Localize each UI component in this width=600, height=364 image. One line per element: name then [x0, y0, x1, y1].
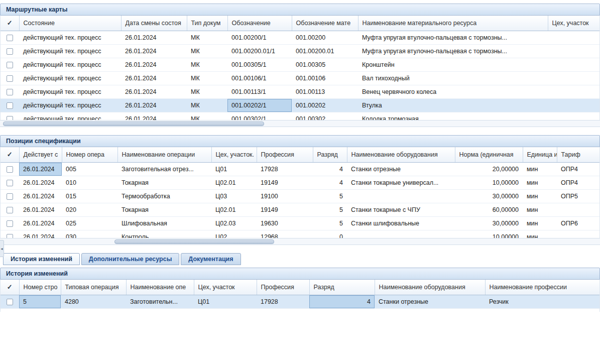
column-header[interactable]: Разряд: [309, 280, 375, 295]
row-checkbox[interactable]: [7, 48, 13, 55]
checkbox-cell[interactable]: [1, 58, 19, 71]
cell[interactable]: Муфта упругая втулочно-пальцевая с тормо…: [358, 31, 548, 44]
row-checkbox[interactable]: [7, 220, 13, 227]
cell[interactable]: действующий тех. процесс: [19, 85, 121, 98]
cell[interactable]: Заготовительн...: [126, 295, 194, 308]
cell[interactable]: Колодка тормозная: [358, 112, 548, 120]
cell[interactable]: Муфта упругая втулочно-пальцевая с тормо…: [358, 44, 548, 58]
cell[interactable]: 001.00200.01: [292, 44, 358, 58]
checkbox-cell[interactable]: [1, 295, 19, 308]
cell[interactable]: 001.00113/1: [227, 85, 292, 98]
column-header[interactable]: Тип докум: [187, 16, 227, 31]
table-row[interactable]: действующий тех. процесс26.01.2024МК001.…: [1, 112, 600, 120]
select-all-header[interactable]: ✓: [1, 16, 19, 31]
cell[interactable]: действующий тех. процесс: [19, 112, 121, 120]
cell[interactable]: 26.01.2024: [19, 216, 62, 230]
spec-positions-hscroll-thumb[interactable]: [114, 239, 274, 244]
cell[interactable]: 26.01.2024: [121, 44, 187, 58]
cell[interactable]: 010: [62, 176, 117, 189]
table-row[interactable]: 26.01.2024020ТокарнаяЦ02.01191495Станки …: [1, 203, 600, 216]
cell[interactable]: 20,00000: [455, 162, 523, 176]
cell[interactable]: Станки токарные универсал...: [347, 176, 455, 189]
cell[interactable]: 001.00202: [292, 98, 358, 112]
checkbox-cell[interactable]: [1, 71, 19, 85]
cell[interactable]: ОПР4: [557, 162, 600, 176]
cell[interactable]: 19149: [257, 203, 313, 216]
table-row[interactable]: 26.01.2024015ТермообработкаЦ0319100530,0…: [1, 189, 600, 203]
cell[interactable]: Ц02: [211, 230, 257, 238]
column-header[interactable]: Наименование операции: [117, 147, 211, 162]
row-checkbox[interactable]: [7, 207, 13, 213]
row-checkbox[interactable]: [7, 193, 13, 200]
column-header[interactable]: Дата смены состоя: [121, 16, 187, 31]
row-checkbox[interactable]: [7, 62, 13, 68]
checkbox-cell[interactable]: [1, 112, 19, 120]
cell[interactable]: ОПР6: [557, 216, 600, 230]
checkbox-cell[interactable]: [1, 203, 19, 216]
table-row[interactable]: действующий тех. процесс26.01.2024МК001.…: [1, 71, 600, 85]
cell[interactable]: 001.00305/1: [227, 58, 292, 71]
table-row[interactable]: действующий тех. процесс26.01.2024МК001.…: [1, 58, 600, 71]
splitter-collapse-arrow[interactable]: ◄: [0, 240, 4, 257]
cell[interactable]: ОПР4: [557, 176, 600, 189]
cell[interactable]: 19100: [257, 189, 313, 203]
cell[interactable]: Кронштейн: [358, 58, 548, 71]
cell[interactable]: 001.00302: [292, 112, 358, 120]
cell[interactable]: действующий тех. процесс: [19, 58, 121, 71]
cell[interactable]: [347, 230, 455, 238]
cell[interactable]: Венец червячного колеса: [358, 85, 548, 98]
cell[interactable]: мин: [523, 189, 557, 203]
cell[interactable]: Ц03: [211, 189, 257, 203]
cell[interactable]: действующий тех. процесс: [19, 71, 121, 85]
cell[interactable]: МК: [187, 58, 227, 71]
column-header[interactable]: Тариф: [557, 147, 600, 162]
cell[interactable]: [548, 71, 600, 85]
cell[interactable]: МК: [187, 85, 227, 98]
cell[interactable]: 001.00202/1: [227, 98, 292, 112]
cell[interactable]: 26.01.2024: [121, 98, 187, 112]
cell[interactable]: 17928: [257, 162, 313, 176]
cell[interactable]: 001.00106: [292, 71, 358, 85]
cell[interactable]: 26.01.2024: [19, 230, 62, 238]
cell[interactable]: Ц02.01: [211, 203, 257, 216]
cell[interactable]: 26.01.2024: [19, 203, 62, 216]
column-header[interactable]: Номер опера: [62, 147, 117, 162]
cell[interactable]: [548, 31, 600, 44]
cell[interactable]: 30,00000: [455, 189, 523, 203]
cell[interactable]: Заготовительная отрез...: [117, 162, 211, 176]
cell[interactable]: 26.01.2024: [121, 71, 187, 85]
table-row[interactable]: 54280Заготовительн...Ц01179284Станки отр…: [1, 295, 600, 308]
cell[interactable]: МК: [187, 31, 227, 44]
cell[interactable]: 005: [62, 162, 117, 176]
cell[interactable]: мин: [523, 203, 557, 216]
column-header[interactable]: Цех, участок: [194, 280, 257, 295]
row-checkbox[interactable]: [7, 102, 13, 109]
cell[interactable]: 26.01.2024: [121, 112, 187, 120]
row-checkbox[interactable]: [7, 299, 13, 305]
table-row[interactable]: действующий тех. процесс26.01.2024МК001.…: [1, 85, 600, 98]
cell[interactable]: мин: [523, 230, 557, 238]
column-header[interactable]: Цех, участок.: [211, 147, 257, 162]
cell[interactable]: действующий тех. процесс: [19, 31, 121, 44]
cell[interactable]: МК: [187, 44, 227, 58]
table-row[interactable]: действующий тех. процесс26.01.2024МК001.…: [1, 31, 600, 44]
tab-history-changes[interactable]: История изменений: [3, 253, 80, 265]
cell[interactable]: действующий тех. процесс: [19, 98, 121, 112]
cell[interactable]: Токарная: [117, 203, 211, 216]
row-checkbox[interactable]: [7, 75, 13, 82]
cell[interactable]: 4280: [61, 295, 126, 308]
cell[interactable]: 30,00000: [455, 216, 523, 230]
column-header[interactable]: Номер стро: [19, 280, 61, 295]
row-checkbox[interactable]: [7, 35, 13, 41]
row-checkbox[interactable]: [7, 89, 13, 95]
column-header[interactable]: Разряд: [313, 147, 347, 162]
tab-documentation[interactable]: Документация: [181, 253, 241, 265]
column-header[interactable]: Цех, участок: [548, 16, 600, 31]
tab-additional-resources[interactable]: Дополнительные ресурсы: [81, 253, 180, 265]
row-checkbox[interactable]: [7, 116, 13, 120]
cell[interactable]: Термообработка: [117, 189, 211, 203]
checkbox-cell[interactable]: [1, 31, 19, 44]
cell[interactable]: МК: [187, 112, 227, 120]
cell[interactable]: [548, 85, 600, 98]
column-header[interactable]: Обозначение: [227, 16, 292, 31]
